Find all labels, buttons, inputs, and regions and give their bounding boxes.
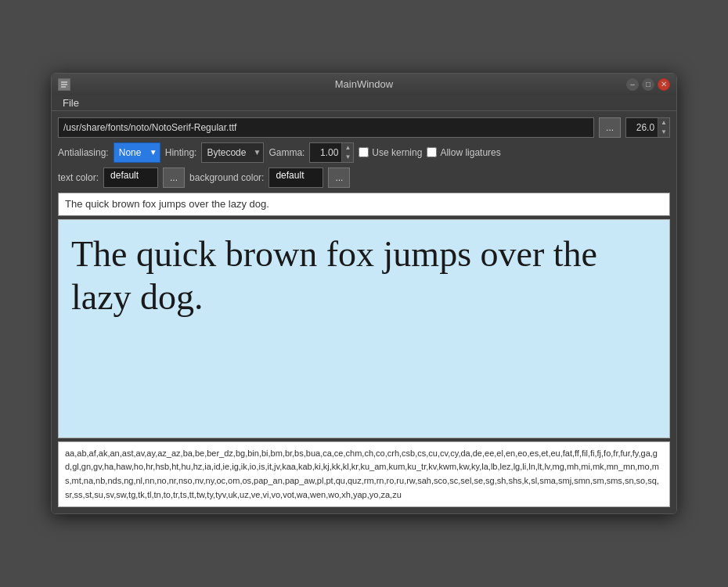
window-icon (58, 78, 70, 91)
gamma-spin-arrows: ▲ ▼ (341, 143, 353, 162)
preview-display: The quick brown fox jumps over the lazy … (58, 219, 670, 438)
menu-bar: File (52, 95, 676, 111)
gamma-label: Gamma: (268, 147, 305, 158)
preview-big-text: The quick brown fox jumps over the lazy … (71, 232, 657, 319)
browse-text-color-button[interactable]: ... (163, 167, 185, 188)
bg-color-value: default (268, 167, 323, 188)
content-area: ... ▲ ▼ Antialiasing: None Gray LCD ▼ Hi (52, 111, 676, 513)
browse-font-button[interactable]: ... (599, 117, 621, 138)
antialiasing-label: Antialiasing: (58, 147, 109, 158)
spin-down-arrow[interactable]: ▼ (658, 128, 669, 137)
antialiasing-select[interactable]: None Gray LCD (114, 142, 160, 163)
hinting-select[interactable]: Bytecode None Auto (201, 142, 264, 163)
font-path-row: ... ▲ ▼ (58, 117, 670, 138)
gamma-spin-down[interactable]: ▼ (342, 153, 353, 162)
browse-bg-color-button[interactable]: ... (328, 167, 350, 188)
font-path-input[interactable] (58, 117, 594, 138)
preview-text-input[interactable] (58, 193, 670, 216)
gamma-input[interactable] (310, 147, 341, 158)
menu-file[interactable]: File (58, 95, 84, 110)
gamma-spin-up[interactable]: ▲ (342, 143, 353, 153)
hinting-select-wrap: Bytecode None Auto ▼ (201, 142, 264, 163)
font-size-spinbox: ▲ ▼ (625, 117, 670, 138)
allow-ligatures-wrap[interactable]: Allow ligatures (427, 147, 500, 158)
gamma-spinbox: ▲ ▼ (309, 142, 354, 163)
use-kerning-label: Use kerning (372, 147, 422, 158)
window-title: MainWindow (335, 78, 393, 90)
use-kerning-wrap[interactable]: Use kerning (359, 147, 422, 158)
color-row: text color: default ... background color… (58, 167, 670, 188)
close-button[interactable]: ✕ (658, 78, 670, 91)
minimize-button[interactable]: – (626, 78, 639, 91)
title-buttons: – □ ✕ (626, 78, 670, 91)
text-color-label: text color: (58, 172, 99, 183)
hinting-label: Hinting: (165, 147, 197, 158)
language-list: aa,ab,af,ak,an,ast,av,ay,az_az,ba,be,ber… (58, 441, 670, 507)
title-bar: MainWindow – □ ✕ (52, 74, 676, 95)
allow-ligatures-label: Allow ligatures (440, 147, 500, 158)
text-color-value: default (103, 167, 158, 188)
antialiasing-select-wrap: None Gray LCD ▼ (114, 142, 160, 163)
spin-arrows: ▲ ▼ (658, 118, 669, 137)
bg-color-label: background color: (189, 172, 264, 183)
maximize-button[interactable]: □ (642, 78, 654, 91)
use-kerning-checkbox[interactable] (359, 147, 369, 157)
options-row: Antialiasing: None Gray LCD ▼ Hinting: B… (58, 142, 670, 163)
allow-ligatures-checkbox[interactable] (427, 147, 437, 157)
main-window: MainWindow – □ ✕ File ... ▲ ▼ Antialiasi… (51, 73, 677, 514)
title-bar-left (58, 78, 70, 91)
font-size-input[interactable] (626, 122, 658, 133)
spin-up-arrow[interactable]: ▲ (658, 118, 669, 128)
